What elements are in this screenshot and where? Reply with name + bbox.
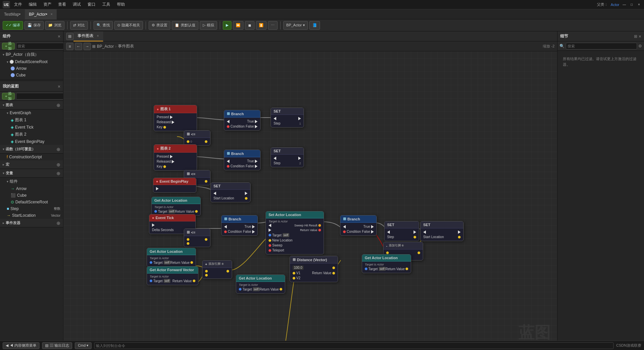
- tree-item-defaultsceneroot[interactable]: ▾ DefaultSceneRoot: [4, 58, 63, 65]
- get-actor-loc4-node[interactable]: Get Actor Location Target is Actor Targe…: [362, 254, 411, 273]
- tree-graph2[interactable]: ◈ 图表 2: [8, 131, 63, 138]
- tree-var-startlocation[interactable]: → StartLocation Vector: [4, 212, 63, 219]
- output-log-button[interactable]: ▤ ▤ 输出日志: [42, 342, 72, 349]
- get-actor-loc2-node[interactable]: Get Actor Location Target is Actor Targe…: [147, 248, 196, 267]
- graphs-section-header[interactable]: ▾ 图表 ⊕: [0, 101, 63, 110]
- back-button[interactable]: ←: [75, 43, 82, 50]
- set2-node[interactable]: SET Step 2: [271, 147, 304, 167]
- tree-eventtick[interactable]: ◈ Event Tick: [8, 124, 63, 131]
- details-settings-icon[interactable]: ⊞: [634, 34, 637, 39]
- tree-item-cube[interactable]: Cube: [8, 72, 63, 78]
- tab-bpactor[interactable]: BP_Actor• ×: [25, 9, 57, 19]
- menu-tools[interactable]: 工具: [100, 1, 113, 8]
- skip-button[interactable]: ⏩: [233, 21, 244, 30]
- macros-add-icon[interactable]: ⊕: [56, 162, 60, 167]
- distance-node[interactable]: ⊞ Distance (Vector) 100.0 V1 Ret: [290, 256, 338, 282]
- component-search-input[interactable]: [16, 43, 65, 49]
- details-close[interactable]: ×: [639, 34, 641, 39]
- tree-var-defaultsceneroot[interactable]: ⊙ DefaultSceneRoot: [8, 199, 63, 205]
- add-blueprint-button[interactable]: + 添加: [2, 93, 15, 100]
- tree-var-cube[interactable]: ⬛ Cube: [8, 192, 63, 199]
- branch-result-node[interactable]: ⊞ Branch True Condition: [340, 215, 377, 236]
- get-actor-loc1-node[interactable]: Get Actor Location Target is Actor Targe…: [151, 197, 201, 216]
- maximize-button[interactable]: □: [629, 2, 634, 7]
- graph-panel-icon[interactable]: ⊞: [66, 33, 73, 40]
- close-button[interactable]: ×: [637, 2, 641, 7]
- variables-section-header[interactable]: ▾ 变量 ⊕: [0, 169, 63, 178]
- menu-file[interactable]: 文件: [11, 1, 25, 8]
- minimize-button[interactable]: —: [622, 2, 627, 7]
- tree-constructionscript[interactable]: f ConstructionScript: [4, 154, 63, 160]
- tree-vars-components[interactable]: ▾ 组件: [4, 178, 63, 185]
- play-button[interactable]: ▶: [223, 21, 231, 30]
- set1-node[interactable]: SET Step 1: [271, 108, 304, 128]
- class-settings-button[interactable]: ⚙ 类设置: [149, 21, 170, 30]
- tab-testmap[interactable]: TestMap•: [0, 9, 25, 19]
- set-startloc2-node[interactable]: SET Start Location: [420, 221, 464, 241]
- components-close[interactable]: ×: [58, 34, 60, 39]
- get-actor-fwd-node[interactable]: Get Actor Forward Vector Target is Actor…: [147, 266, 198, 285]
- branch1-node[interactable]: ⊞ Branch True: [224, 110, 261, 131]
- blueprint-search-input[interactable]: [16, 93, 63, 100]
- content-slider-button[interactable]: ◀ ◀ 内容侧滑菜单: [3, 342, 39, 349]
- macros-section-header[interactable]: ▸ 宏 ⊕: [0, 160, 63, 169]
- breadcrumb-eventgraph[interactable]: 事件图表: [118, 43, 134, 49]
- set-startloc-node[interactable]: SET Start Location: [210, 182, 251, 202]
- add-component-button[interactable]: + 添加: [2, 43, 15, 49]
- event-graph-tab[interactable]: 事件图表 ×: [73, 31, 103, 41]
- breadcrumb-bpactor[interactable]: BP_Actor: [97, 44, 114, 49]
- event-dispatcher-add-icon[interactable]: ⊕: [56, 220, 60, 226]
- tree-item-bpactor[interactable]: ▾ BP_Actor（自我）: [0, 51, 63, 58]
- tree-var-arrow[interactable]: → Arrow: [8, 185, 63, 192]
- tree-graph1[interactable]: ◈ 图表 1: [8, 116, 63, 124]
- menu-view[interactable]: 查看: [55, 1, 69, 8]
- tree-var-step[interactable]: ■ Step 整数: [4, 205, 63, 212]
- graph-menu-icon[interactable]: ≡: [66, 43, 73, 50]
- my-blueprint-close[interactable]: ×: [58, 84, 60, 89]
- step-le-tick-node[interactable]: ⊞ <=: [184, 228, 210, 247]
- cmd-dropdown[interactable]: Cmd ▾: [75, 342, 92, 349]
- menu-window[interactable]: 窗口: [85, 1, 98, 8]
- tree-item-arrow[interactable]: Arrow: [8, 65, 63, 72]
- menu-edit[interactable]: 编辑: [26, 1, 39, 8]
- stop-button[interactable]: ⏹: [245, 21, 255, 30]
- forward-button[interactable]: →: [84, 43, 91, 50]
- event-dispatcher-header[interactable]: ▸ 事件发器 ⊕: [0, 219, 63, 227]
- variables-add-icon[interactable]: ⊕: [56, 171, 60, 176]
- functions-section-header[interactable]: ▾ 函数（19可覆盖） ⊕: [0, 145, 63, 154]
- input1-node[interactable]: ● 图表 1 Pressed Released: [154, 105, 197, 131]
- input2-node[interactable]: ● 图表 2 Pressed Released: [154, 144, 197, 171]
- menu-debug[interactable]: 调试: [70, 1, 84, 8]
- compile-button[interactable]: ✓ ✓ 编译: [3, 21, 23, 30]
- diff-button[interactable]: ⇄ 对比: [70, 21, 88, 30]
- graphs-add-icon[interactable]: ⊕: [56, 103, 60, 108]
- blueprint-icon-button[interactable]: 📘: [309, 21, 320, 30]
- event-graph-tab-close[interactable]: ×: [97, 34, 99, 38]
- tab-bpactor-close[interactable]: ×: [50, 12, 52, 16]
- details-settings-btn[interactable]: ⚙: [638, 44, 642, 48]
- save-button[interactable]: 💾 保存: [24, 21, 44, 30]
- simulate-button[interactable]: ▷ 模拟: [200, 21, 217, 30]
- get-actor-loc3-node[interactable]: Get Actor Location Target is Actor Targe…: [236, 275, 285, 294]
- more-button[interactable]: ⋯: [268, 21, 278, 30]
- tree-eventbeginplay[interactable]: ◈ Event BeginPlay: [8, 138, 63, 145]
- set-step1-node[interactable]: SET Step: [384, 221, 419, 241]
- branch2-node[interactable]: ⊞ Branch True Condition: [224, 150, 261, 170]
- event-beginplay-node[interactable]: ● Event BeginPlay: [153, 178, 196, 193]
- find-button[interactable]: 🔍 查找: [94, 21, 113, 30]
- blueprint-canvas[interactable]: ● 图表 1 Pressed Released: [63, 51, 557, 350]
- set-actor-loc-node[interactable]: Set Actor Location Target is Actor Sweep…: [266, 211, 324, 254]
- tree-eventgraph[interactable]: ▾ EventGraph: [4, 110, 63, 116]
- details-search-input[interactable]: [566, 43, 637, 49]
- parent-value[interactable]: Actor: [611, 3, 619, 7]
- branch-tick-node[interactable]: ⊞ Branch True Condition: [221, 215, 258, 236]
- add-node[interactable]: + 添加引脚 ⊕: [202, 260, 232, 279]
- console-input[interactable]: [94, 342, 613, 349]
- menu-asset[interactable]: 资产: [41, 1, 54, 8]
- bp-actor-dropdown[interactable]: BP_Actor ▾: [283, 21, 308, 30]
- browse-button[interactable]: 📁 浏览: [45, 21, 64, 30]
- functions-add-icon[interactable]: ⊕: [56, 147, 60, 152]
- le1-node[interactable]: ⊞ <= 0: [184, 130, 210, 146]
- pause-button[interactable]: ⏫: [256, 21, 267, 30]
- menu-help[interactable]: 帮助: [114, 1, 128, 8]
